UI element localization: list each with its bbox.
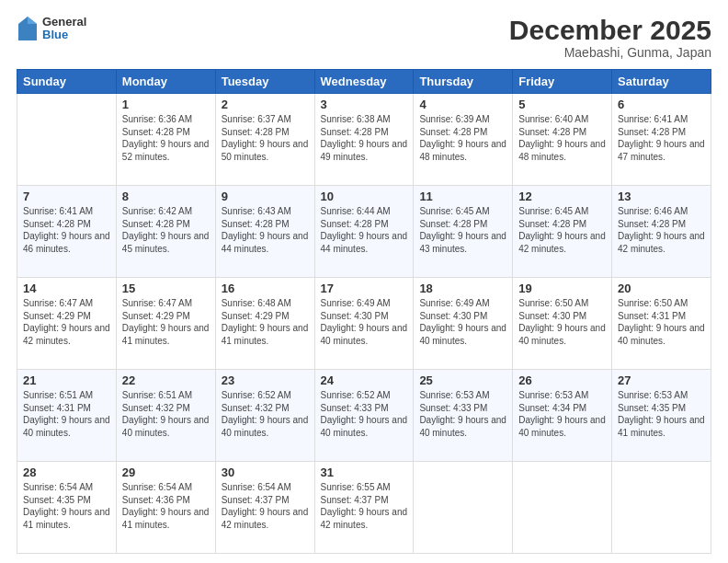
- calendar-cell: 10Sunrise: 6:44 AM Sunset: 4:28 PM Dayli…: [314, 186, 414, 278]
- calendar-cell: 24Sunrise: 6:52 AM Sunset: 4:33 PM Dayli…: [314, 370, 414, 462]
- calendar-week-row: 21Sunrise: 6:51 AM Sunset: 4:31 PM Dayli…: [17, 370, 711, 462]
- day-number: 18: [419, 282, 506, 295]
- column-header-sunday: Sunday: [17, 70, 117, 94]
- calendar-cell: 9Sunrise: 6:43 AM Sunset: 4:28 PM Daylig…: [215, 186, 314, 278]
- calendar-cell: [17, 94, 117, 186]
- cell-info: Sunrise: 6:36 AM Sunset: 4:28 PM Dayligh…: [122, 113, 210, 163]
- day-number: 6: [618, 98, 705, 111]
- column-header-monday: Monday: [116, 70, 215, 94]
- calendar-cell: 25Sunrise: 6:53 AM Sunset: 4:33 PM Dayli…: [414, 370, 513, 462]
- subtitle: Maebashi, Gunma, Japan: [509, 45, 711, 60]
- title-block: December 2025 Maebashi, Gunma, Japan: [509, 15, 711, 60]
- logo: General Blue: [17, 15, 86, 42]
- cell-info: Sunrise: 6:47 AM Sunset: 4:29 PM Dayligh…: [23, 297, 110, 347]
- day-number: 25: [419, 373, 506, 387]
- cell-info: Sunrise: 6:37 AM Sunset: 4:28 PM Dayligh…: [222, 113, 309, 163]
- header: General Blue December 2025 Maebashi, Gun…: [17, 15, 711, 60]
- day-number: 4: [419, 98, 506, 111]
- calendar-cell: 8Sunrise: 6:42 AM Sunset: 4:28 PM Daylig…: [116, 186, 215, 278]
- calendar-cell: 20Sunrise: 6:50 AM Sunset: 4:31 PM Dayli…: [612, 278, 711, 370]
- cell-info: Sunrise: 6:43 AM Sunset: 4:28 PM Dayligh…: [222, 205, 309, 255]
- day-number: 26: [518, 373, 606, 387]
- calendar-cell: 4Sunrise: 6:39 AM Sunset: 4:28 PM Daylig…: [414, 94, 513, 186]
- cell-info: Sunrise: 6:51 AM Sunset: 4:31 PM Dayligh…: [23, 389, 110, 439]
- cell-info: Sunrise: 6:39 AM Sunset: 4:28 PM Dayligh…: [419, 113, 506, 163]
- cell-info: Sunrise: 6:52 AM Sunset: 4:33 PM Dayligh…: [321, 389, 408, 439]
- calendar-cell: 23Sunrise: 6:52 AM Sunset: 4:32 PM Dayli…: [215, 370, 314, 462]
- calendar-cell: 22Sunrise: 6:51 AM Sunset: 4:32 PM Dayli…: [116, 370, 215, 462]
- calendar-cell: 13Sunrise: 6:46 AM Sunset: 4:28 PM Dayli…: [612, 186, 711, 278]
- calendar-cell: 7Sunrise: 6:41 AM Sunset: 4:28 PM Daylig…: [17, 186, 117, 278]
- calendar-header-row: SundayMondayTuesdayWednesdayThursdayFrid…: [17, 70, 711, 94]
- calendar-cell: 15Sunrise: 6:47 AM Sunset: 4:29 PM Dayli…: [116, 278, 215, 370]
- logo-general-text: General: [42, 16, 86, 29]
- day-number: 24: [321, 373, 408, 387]
- day-number: 2: [222, 98, 309, 111]
- calendar-cell: 6Sunrise: 6:41 AM Sunset: 4:28 PM Daylig…: [612, 94, 711, 186]
- page: General Blue December 2025 Maebashi, Gun…: [0, 0, 728, 563]
- cell-info: Sunrise: 6:52 AM Sunset: 4:32 PM Dayligh…: [222, 389, 309, 439]
- column-header-thursday: Thursday: [414, 70, 513, 94]
- day-number: 11: [419, 190, 506, 203]
- calendar-cell: 1Sunrise: 6:36 AM Sunset: 4:28 PM Daylig…: [116, 94, 215, 186]
- calendar-cell: 14Sunrise: 6:47 AM Sunset: 4:29 PM Dayli…: [17, 278, 117, 370]
- cell-info: Sunrise: 6:50 AM Sunset: 4:30 PM Dayligh…: [518, 297, 606, 347]
- cell-info: Sunrise: 6:44 AM Sunset: 4:28 PM Dayligh…: [321, 205, 408, 255]
- cell-info: Sunrise: 6:54 AM Sunset: 4:36 PM Dayligh…: [122, 481, 210, 531]
- day-number: 22: [122, 373, 210, 387]
- column-header-saturday: Saturday: [612, 70, 711, 94]
- cell-info: Sunrise: 6:53 AM Sunset: 4:34 PM Dayligh…: [518, 389, 606, 439]
- calendar-cell: 11Sunrise: 6:45 AM Sunset: 4:28 PM Dayli…: [414, 186, 513, 278]
- day-number: 12: [518, 190, 606, 203]
- day-number: 20: [618, 282, 705, 295]
- calendar-cell: 12Sunrise: 6:45 AM Sunset: 4:28 PM Dayli…: [513, 186, 612, 278]
- calendar-cell: 18Sunrise: 6:49 AM Sunset: 4:30 PM Dayli…: [414, 278, 513, 370]
- cell-info: Sunrise: 6:42 AM Sunset: 4:28 PM Dayligh…: [122, 205, 210, 255]
- calendar-week-row: 1Sunrise: 6:36 AM Sunset: 4:28 PM Daylig…: [17, 94, 711, 186]
- cell-info: Sunrise: 6:45 AM Sunset: 4:28 PM Dayligh…: [419, 205, 506, 255]
- calendar-cell: 27Sunrise: 6:53 AM Sunset: 4:35 PM Dayli…: [612, 370, 711, 462]
- day-number: 27: [618, 373, 705, 387]
- calendar-cell: 5Sunrise: 6:40 AM Sunset: 4:28 PM Daylig…: [513, 94, 612, 186]
- cell-info: Sunrise: 6:41 AM Sunset: 4:28 PM Dayligh…: [618, 113, 705, 163]
- day-number: 8: [122, 190, 210, 203]
- cell-info: Sunrise: 6:54 AM Sunset: 4:35 PM Dayligh…: [23, 481, 110, 531]
- calendar-cell: [414, 462, 513, 554]
- calendar-cell: 28Sunrise: 6:54 AM Sunset: 4:35 PM Dayli…: [17, 462, 117, 554]
- cell-info: Sunrise: 6:41 AM Sunset: 4:28 PM Dayligh…: [23, 205, 110, 255]
- calendar-week-row: 7Sunrise: 6:41 AM Sunset: 4:28 PM Daylig…: [17, 186, 711, 278]
- day-number: 17: [321, 282, 408, 295]
- cell-info: Sunrise: 6:50 AM Sunset: 4:31 PM Dayligh…: [618, 297, 705, 347]
- day-number: 23: [222, 373, 309, 387]
- day-number: 3: [321, 98, 408, 111]
- calendar-cell: 26Sunrise: 6:53 AM Sunset: 4:34 PM Dayli…: [513, 370, 612, 462]
- cell-info: Sunrise: 6:55 AM Sunset: 4:37 PM Dayligh…: [321, 481, 408, 531]
- day-number: 7: [23, 190, 110, 203]
- calendar-cell: [513, 462, 612, 554]
- calendar-cell: 31Sunrise: 6:55 AM Sunset: 4:37 PM Dayli…: [314, 462, 414, 554]
- svg-marker-1: [28, 17, 37, 24]
- logo-blue-text: Blue: [42, 29, 86, 41]
- calendar-cell: 3Sunrise: 6:38 AM Sunset: 4:28 PM Daylig…: [314, 94, 414, 186]
- calendar-week-row: 14Sunrise: 6:47 AM Sunset: 4:29 PM Dayli…: [17, 278, 711, 370]
- cell-info: Sunrise: 6:49 AM Sunset: 4:30 PM Dayligh…: [419, 297, 506, 347]
- cell-info: Sunrise: 6:48 AM Sunset: 4:29 PM Dayligh…: [222, 297, 309, 347]
- column-header-wednesday: Wednesday: [314, 70, 414, 94]
- day-number: 31: [321, 465, 408, 479]
- logo-icon: [17, 15, 39, 42]
- day-number: 16: [222, 282, 309, 295]
- day-number: 30: [222, 465, 309, 479]
- calendar-cell: 16Sunrise: 6:48 AM Sunset: 4:29 PM Dayli…: [215, 278, 314, 370]
- calendar-cell: 30Sunrise: 6:54 AM Sunset: 4:37 PM Dayli…: [215, 462, 314, 554]
- cell-info: Sunrise: 6:45 AM Sunset: 4:28 PM Dayligh…: [518, 205, 606, 255]
- day-number: 1: [122, 98, 210, 111]
- day-number: 15: [122, 282, 210, 295]
- calendar-cell: [612, 462, 711, 554]
- day-number: 14: [23, 282, 110, 295]
- column-header-tuesday: Tuesday: [215, 70, 314, 94]
- cell-info: Sunrise: 6:53 AM Sunset: 4:35 PM Dayligh…: [618, 389, 705, 439]
- logo-text: General Blue: [42, 16, 86, 42]
- cell-info: Sunrise: 6:46 AM Sunset: 4:28 PM Dayligh…: [618, 205, 705, 255]
- column-header-friday: Friday: [513, 70, 612, 94]
- cell-info: Sunrise: 6:47 AM Sunset: 4:29 PM Dayligh…: [122, 297, 210, 347]
